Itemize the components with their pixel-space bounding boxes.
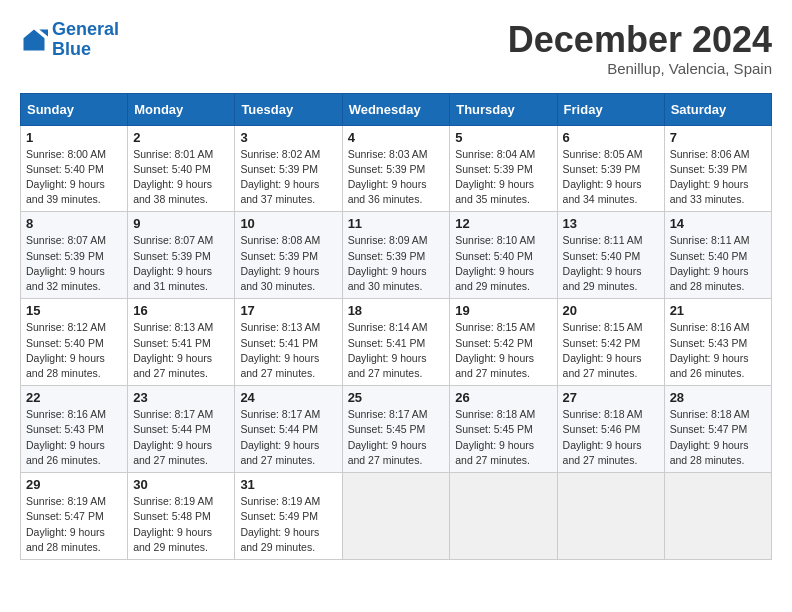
calendar-cell: 15 Sunrise: 8:12 AM Sunset: 5:40 PM Dayl… [21, 299, 128, 386]
day-number: 2 [133, 130, 229, 145]
day-info: Sunrise: 8:04 AM Sunset: 5:39 PM Dayligh… [455, 147, 551, 208]
day-info: Sunrise: 8:06 AM Sunset: 5:39 PM Dayligh… [670, 147, 766, 208]
day-number: 7 [670, 130, 766, 145]
day-info: Sunrise: 8:05 AM Sunset: 5:39 PM Dayligh… [563, 147, 659, 208]
calendar-cell: 22 Sunrise: 8:16 AM Sunset: 5:43 PM Dayl… [21, 386, 128, 473]
calendar-cell: 10 Sunrise: 8:08 AM Sunset: 5:39 PM Dayl… [235, 212, 342, 299]
weekday-header: Thursday [450, 93, 557, 125]
day-number: 12 [455, 216, 551, 231]
month-title: December 2024 [508, 20, 772, 60]
calendar-cell: 25 Sunrise: 8:17 AM Sunset: 5:45 PM Dayl… [342, 386, 450, 473]
day-info: Sunrise: 8:09 AM Sunset: 5:39 PM Dayligh… [348, 233, 445, 294]
day-number: 3 [240, 130, 336, 145]
calendar-table: SundayMondayTuesdayWednesdayThursdayFrid… [20, 93, 772, 560]
day-info: Sunrise: 8:15 AM Sunset: 5:42 PM Dayligh… [563, 320, 659, 381]
calendar-cell: 19 Sunrise: 8:15 AM Sunset: 5:42 PM Dayl… [450, 299, 557, 386]
calendar-cell: 29 Sunrise: 8:19 AM Sunset: 5:47 PM Dayl… [21, 473, 128, 560]
calendar-cell: 4 Sunrise: 8:03 AM Sunset: 5:39 PM Dayli… [342, 125, 450, 212]
day-info: Sunrise: 8:12 AM Sunset: 5:40 PM Dayligh… [26, 320, 122, 381]
day-number: 16 [133, 303, 229, 318]
day-info: Sunrise: 8:19 AM Sunset: 5:49 PM Dayligh… [240, 494, 336, 555]
day-info: Sunrise: 8:07 AM Sunset: 5:39 PM Dayligh… [133, 233, 229, 294]
day-info: Sunrise: 8:03 AM Sunset: 5:39 PM Dayligh… [348, 147, 445, 208]
day-info: Sunrise: 8:13 AM Sunset: 5:41 PM Dayligh… [133, 320, 229, 381]
calendar-week-row: 15 Sunrise: 8:12 AM Sunset: 5:40 PM Dayl… [21, 299, 772, 386]
calendar-cell: 30 Sunrise: 8:19 AM Sunset: 5:48 PM Dayl… [128, 473, 235, 560]
day-info: Sunrise: 8:11 AM Sunset: 5:40 PM Dayligh… [563, 233, 659, 294]
day-number: 26 [455, 390, 551, 405]
logo-icon [20, 26, 48, 54]
calendar-cell: 27 Sunrise: 8:18 AM Sunset: 5:46 PM Dayl… [557, 386, 664, 473]
day-number: 30 [133, 477, 229, 492]
calendar-cell [557, 473, 664, 560]
day-number: 27 [563, 390, 659, 405]
calendar-cell: 20 Sunrise: 8:15 AM Sunset: 5:42 PM Dayl… [557, 299, 664, 386]
day-info: Sunrise: 8:17 AM Sunset: 5:45 PM Dayligh… [348, 407, 445, 468]
svg-marker-0 [24, 29, 45, 50]
calendar-cell: 11 Sunrise: 8:09 AM Sunset: 5:39 PM Dayl… [342, 212, 450, 299]
day-number: 20 [563, 303, 659, 318]
calendar-week-row: 22 Sunrise: 8:16 AM Sunset: 5:43 PM Dayl… [21, 386, 772, 473]
calendar-cell [664, 473, 771, 560]
day-info: Sunrise: 8:18 AM Sunset: 5:46 PM Dayligh… [563, 407, 659, 468]
calendar-cell [450, 473, 557, 560]
day-info: Sunrise: 8:16 AM Sunset: 5:43 PM Dayligh… [670, 320, 766, 381]
day-info: Sunrise: 8:15 AM Sunset: 5:42 PM Dayligh… [455, 320, 551, 381]
weekday-header: Sunday [21, 93, 128, 125]
day-number: 6 [563, 130, 659, 145]
calendar-cell: 14 Sunrise: 8:11 AM Sunset: 5:40 PM Dayl… [664, 212, 771, 299]
day-info: Sunrise: 8:11 AM Sunset: 5:40 PM Dayligh… [670, 233, 766, 294]
calendar-cell: 3 Sunrise: 8:02 AM Sunset: 5:39 PM Dayli… [235, 125, 342, 212]
day-info: Sunrise: 8:02 AM Sunset: 5:39 PM Dayligh… [240, 147, 336, 208]
calendar-cell: 1 Sunrise: 8:00 AM Sunset: 5:40 PM Dayli… [21, 125, 128, 212]
day-info: Sunrise: 8:14 AM Sunset: 5:41 PM Dayligh… [348, 320, 445, 381]
title-block: December 2024 Benillup, Valencia, Spain [508, 20, 772, 77]
calendar-cell: 6 Sunrise: 8:05 AM Sunset: 5:39 PM Dayli… [557, 125, 664, 212]
day-number: 19 [455, 303, 551, 318]
day-info: Sunrise: 8:19 AM Sunset: 5:47 PM Dayligh… [26, 494, 122, 555]
calendar-cell: 7 Sunrise: 8:06 AM Sunset: 5:39 PM Dayli… [664, 125, 771, 212]
day-info: Sunrise: 8:07 AM Sunset: 5:39 PM Dayligh… [26, 233, 122, 294]
weekday-header: Friday [557, 93, 664, 125]
logo: General Blue [20, 20, 119, 60]
calendar-header: SundayMondayTuesdayWednesdayThursdayFrid… [21, 93, 772, 125]
weekday-header: Saturday [664, 93, 771, 125]
calendar-cell: 21 Sunrise: 8:16 AM Sunset: 5:43 PM Dayl… [664, 299, 771, 386]
day-number: 31 [240, 477, 336, 492]
calendar-week-row: 29 Sunrise: 8:19 AM Sunset: 5:47 PM Dayl… [21, 473, 772, 560]
day-info: Sunrise: 8:16 AM Sunset: 5:43 PM Dayligh… [26, 407, 122, 468]
calendar-cell: 23 Sunrise: 8:17 AM Sunset: 5:44 PM Dayl… [128, 386, 235, 473]
day-info: Sunrise: 8:18 AM Sunset: 5:47 PM Dayligh… [670, 407, 766, 468]
calendar-cell: 5 Sunrise: 8:04 AM Sunset: 5:39 PM Dayli… [450, 125, 557, 212]
calendar-cell: 9 Sunrise: 8:07 AM Sunset: 5:39 PM Dayli… [128, 212, 235, 299]
day-number: 13 [563, 216, 659, 231]
day-number: 1 [26, 130, 122, 145]
logo-text: General Blue [52, 20, 119, 60]
calendar-cell: 12 Sunrise: 8:10 AM Sunset: 5:40 PM Dayl… [450, 212, 557, 299]
day-number: 22 [26, 390, 122, 405]
weekday-header: Monday [128, 93, 235, 125]
calendar-cell: 28 Sunrise: 8:18 AM Sunset: 5:47 PM Dayl… [664, 386, 771, 473]
day-number: 15 [26, 303, 122, 318]
calendar-cell: 31 Sunrise: 8:19 AM Sunset: 5:49 PM Dayl… [235, 473, 342, 560]
day-info: Sunrise: 8:01 AM Sunset: 5:40 PM Dayligh… [133, 147, 229, 208]
day-info: Sunrise: 8:08 AM Sunset: 5:39 PM Dayligh… [240, 233, 336, 294]
day-number: 9 [133, 216, 229, 231]
day-number: 8 [26, 216, 122, 231]
page-header: General Blue December 2024 Benillup, Val… [20, 20, 772, 77]
calendar-cell: 8 Sunrise: 8:07 AM Sunset: 5:39 PM Dayli… [21, 212, 128, 299]
weekday-header: Tuesday [235, 93, 342, 125]
calendar-cell: 13 Sunrise: 8:11 AM Sunset: 5:40 PM Dayl… [557, 212, 664, 299]
day-number: 29 [26, 477, 122, 492]
calendar-cell: 18 Sunrise: 8:14 AM Sunset: 5:41 PM Dayl… [342, 299, 450, 386]
day-info: Sunrise: 8:17 AM Sunset: 5:44 PM Dayligh… [133, 407, 229, 468]
day-number: 14 [670, 216, 766, 231]
day-number: 4 [348, 130, 445, 145]
day-number: 18 [348, 303, 445, 318]
calendar-week-row: 8 Sunrise: 8:07 AM Sunset: 5:39 PM Dayli… [21, 212, 772, 299]
location-subtitle: Benillup, Valencia, Spain [508, 60, 772, 77]
calendar-cell: 26 Sunrise: 8:18 AM Sunset: 5:45 PM Dayl… [450, 386, 557, 473]
day-number: 28 [670, 390, 766, 405]
weekday-header: Wednesday [342, 93, 450, 125]
calendar-cell: 16 Sunrise: 8:13 AM Sunset: 5:41 PM Dayl… [128, 299, 235, 386]
